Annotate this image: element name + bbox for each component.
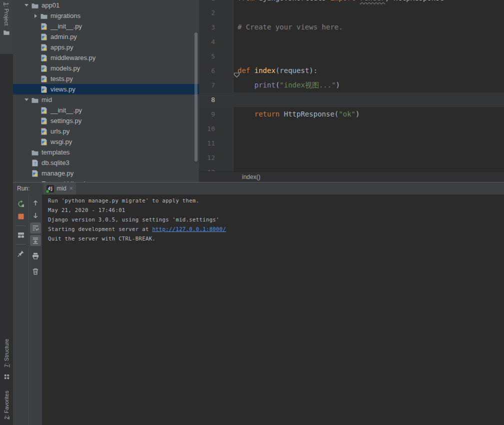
- tree-item-label: manage.py: [42, 168, 74, 178]
- token-plain: , HttpResponse: [385, 0, 444, 2]
- console-text: Run 'python manage.py migrate' to apply …: [48, 198, 199, 204]
- svg-text:?: ?: [34, 161, 36, 166]
- code-text: return HttpResponse("ok"): [238, 107, 360, 122]
- down-arrow-icon[interactable]: [30, 210, 41, 221]
- tree-item--init-py[interactable]: __init__.py: [13, 21, 199, 32]
- editor-line-9[interactable]: 9 return HttpResponse("ok"): [199, 107, 504, 122]
- editor-line-11[interactable]: 11: [199, 136, 504, 150]
- line-number: 13: [199, 165, 233, 172]
- editor-line-2[interactable]: 2: [199, 6, 504, 20]
- token-plain: (request):: [276, 66, 318, 74]
- token-plain: ): [336, 81, 340, 89]
- code-editor[interactable]: 1from django.shortcuts import render, Ht…: [199, 0, 504, 172]
- python-file-icon: [40, 64, 48, 72]
- tree-item-label: middlewares.py: [50, 52, 96, 63]
- tree-item-middlewares-py[interactable]: middlewares.py: [13, 52, 199, 63]
- breadcrumb-item[interactable]: index(): [242, 174, 260, 180]
- tree-item-templates[interactable]: templates: [13, 147, 199, 158]
- editor-line-1[interactable]: 1from django.shortcuts import render, Ht…: [199, 0, 504, 6]
- console-line: Django version 3.0.5, using settings 'mi…: [48, 215, 504, 224]
- restore-layout-icon[interactable]: [16, 230, 26, 240]
- console-line: Run 'python manage.py migrate' to apply …: [48, 196, 504, 206]
- code-text: from django.shortcuts import render, Htt…: [238, 0, 444, 6]
- sidebar-item-project[interactable]: 1: Project: [0, 0, 13, 54]
- tree-item-wsgi-py[interactable]: wsgi.py: [13, 136, 199, 147]
- tree-item-tests-py[interactable]: tests.py: [13, 74, 199, 84]
- tree-item-models-py[interactable]: models.py: [13, 63, 199, 74]
- pin-icon[interactable]: [16, 248, 26, 259]
- python-file-icon: [40, 33, 48, 41]
- run-console[interactable]: Run 'python manage.py migrate' to apply …: [42, 194, 504, 425]
- python-file-icon: [31, 170, 39, 178]
- tree-item-label: views.py: [50, 84, 76, 94]
- editor-line-13[interactable]: 13: [199, 165, 504, 172]
- tree-item-admin-py[interactable]: admin.py: [13, 32, 199, 42]
- line-number: 2: [199, 6, 233, 20]
- tool-window-stripe: 1: Project 7: Structure 2: Favorites: [0, 0, 13, 425]
- editor-line-3[interactable]: 3# Create your views here.: [199, 20, 504, 34]
- tree-item-settings-py[interactable]: settings.py: [13, 116, 199, 126]
- django-icon: dj: [46, 185, 54, 192]
- console-text: Django version 3.0.5, using settings 'mi…: [48, 216, 220, 222]
- editor-line-6[interactable]: 6def index(request):: [199, 64, 504, 78]
- tree-item-manage-py[interactable]: manage.py: [13, 168, 199, 178]
- python-file-icon: [40, 106, 48, 114]
- tree-scrollbar-thumb[interactable]: [194, 32, 198, 162]
- toolbar-divider: [16, 226, 26, 226]
- sidebar-item-favorites[interactable]: 2: Favorites: [0, 385, 13, 425]
- scroll-to-end-icon[interactable]: [30, 235, 41, 246]
- close-icon[interactable]: ×: [70, 185, 73, 192]
- line-number: 9: [199, 107, 233, 122]
- favorites-button-label: 2: Favorites: [4, 390, 10, 419]
- rerun-icon[interactable]: [16, 198, 26, 210]
- token-plain: [238, 81, 254, 89]
- print-icon[interactable]: [30, 250, 41, 262]
- project-tree[interactable]: app01migrations__init__.pyadmin.pyapps.p…: [13, 0, 199, 182]
- code-text: # Create your views here.: [238, 20, 343, 34]
- token-plain: [238, 110, 254, 118]
- editor-line-8[interactable]: 8: [199, 92, 504, 107]
- editor-line-7[interactable]: 7 print("index视图..."): [199, 78, 504, 92]
- tree-item-label: apps.py: [50, 42, 74, 52]
- tree-item-apps-py[interactable]: apps.py: [13, 42, 199, 52]
- console-line: Starting development server at http://12…: [48, 224, 504, 234]
- python-file-icon: [40, 75, 48, 83]
- run-tool-window: Run: dj mid × Run 'python manage.py migr…: [13, 182, 504, 425]
- editor-line-5[interactable]: 5: [199, 49, 504, 64]
- clear-icon[interactable]: [30, 266, 41, 277]
- toolbar-divider: [16, 244, 26, 244]
- chevron-right-icon[interactable]: [31, 14, 40, 18]
- editor-line-10[interactable]: 10: [199, 122, 504, 136]
- chevron-down-icon[interactable]: [22, 98, 31, 101]
- tree-item-mid[interactable]: mid: [13, 94, 199, 105]
- running-indicator-icon: [46, 190, 50, 194]
- editor-line-4[interactable]: 4: [199, 34, 504, 49]
- token-keyword: from: [238, 0, 254, 2]
- tree-item-app01[interactable]: app01: [13, 0, 199, 10]
- token-comment: # Create your views here.: [238, 23, 343, 31]
- tree-item-label: __init__.py: [50, 21, 82, 32]
- editor-line-12[interactable]: 12: [199, 150, 504, 165]
- python-file-icon: [40, 128, 48, 136]
- soft-wrap-icon[interactable]: [30, 222, 41, 234]
- tree-item--init-py[interactable]: __init__.py: [13, 105, 199, 116]
- server-url-link[interactable]: http://127.0.0.1:8000/: [152, 226, 226, 232]
- tree-item-label: models.py: [50, 63, 80, 74]
- token-keyword: def: [238, 66, 254, 74]
- tree-item-urls-py[interactable]: urls.py: [13, 126, 199, 136]
- stop-icon[interactable]: [16, 211, 26, 222]
- run-tab-mid[interactable]: dj mid ×: [44, 182, 76, 194]
- folder-file-icon: [31, 148, 39, 156]
- tree-item-db-sqlite3[interactable]: ?db.sqlite3: [13, 158, 199, 168]
- tree-item-label: migrations: [50, 10, 80, 21]
- tree-item-migrations[interactable]: migrations: [13, 10, 199, 21]
- tree-item-external-libraries[interactable]: External Libraries: [13, 178, 199, 182]
- folder-file-icon: [31, 96, 39, 104]
- chevron-down-icon[interactable]: [22, 4, 31, 6]
- up-arrow-icon[interactable]: [30, 198, 41, 208]
- folder-file-icon: [40, 12, 48, 20]
- sidebar-item-structure[interactable]: 7: Structure: [0, 333, 13, 373]
- line-number: 1: [199, 0, 233, 6]
- tree-item-views-py[interactable]: views.py: [13, 84, 199, 94]
- token-unused: render: [360, 0, 385, 2]
